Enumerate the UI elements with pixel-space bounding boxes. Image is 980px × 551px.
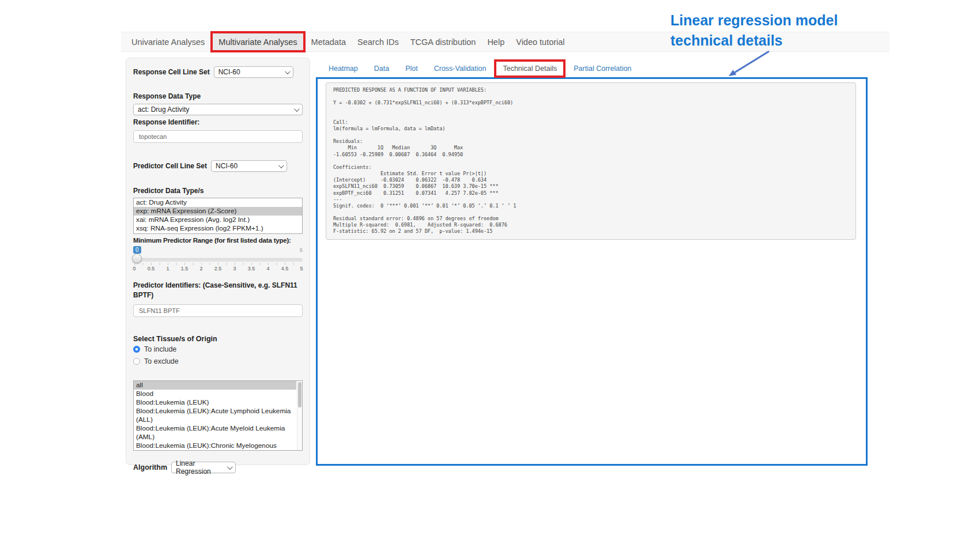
slider-max-label: 5 xyxy=(300,247,303,253)
technical-details-output: PREDICTED RESPONSE AS A FUNCTION OF INPU… xyxy=(333,87,849,235)
response-cell-line-set-value: NCI-60 xyxy=(218,68,240,76)
annotation-line-1: Linear regression model xyxy=(670,10,878,31)
predictor-data-types-listbox: act: Drug Activity exp: mRNA Expression … xyxy=(133,198,303,234)
list-item[interactable]: Blood:Leukemia (LEUK):Acute Lymphoid Leu… xyxy=(134,407,296,424)
predictor-data-types-label: Predictor Data Type/s xyxy=(133,187,303,195)
radio-unchecked-icon xyxy=(133,358,140,365)
tick-label: 3 xyxy=(233,266,236,271)
tissue-origin-listbox: all Blood Blood:Leukemia (LEUK) Blood:Le… xyxy=(133,380,303,451)
annotation-line-2: technical details xyxy=(670,31,878,51)
response-data-type-label: Response Data Type xyxy=(133,92,303,100)
tick-label: 2.5 xyxy=(214,266,222,271)
tab-data[interactable]: Data xyxy=(366,61,397,77)
chevron-down-icon xyxy=(278,163,284,168)
tick-label: 4.5 xyxy=(281,266,289,271)
slider-track[interactable] xyxy=(133,258,303,262)
radio-label: To exclude xyxy=(144,357,179,365)
slider-tick-marks xyxy=(134,263,301,265)
tick-label: 1.5 xyxy=(181,266,189,271)
slider-handle[interactable] xyxy=(132,254,142,263)
nav-item-multivariate-analyses[interactable]: Multivariate Analyses xyxy=(210,31,305,52)
annotation-arrow-icon xyxy=(725,48,775,78)
tick-label: 4 xyxy=(266,266,269,271)
tick-label: 0.5 xyxy=(148,266,155,271)
list-item-selected[interactable]: all xyxy=(134,381,296,390)
algorithm-label: Algorithm xyxy=(133,463,167,471)
radio-to-exclude[interactable]: To exclude xyxy=(133,355,303,367)
page: Univariate Analyses Multivariate Analyse… xyxy=(0,0,980,551)
nav-item-univariate-analyses[interactable]: Univariate Analyses xyxy=(126,32,210,51)
radio-checked-icon xyxy=(133,346,140,353)
list-item[interactable]: Blood:Leukemia (LEUK):Chronic Myelogenou… xyxy=(134,441,296,451)
tick-label: 2 xyxy=(199,266,202,271)
results-panel: PREDICTED RESPONSE AS A FUNCTION OF INPU… xyxy=(316,77,868,466)
tab-partial-correlation[interactable]: Partial Correlation xyxy=(566,61,639,77)
tick-label: 1 xyxy=(166,266,169,271)
radio-to-include[interactable]: To include xyxy=(133,343,303,355)
response-data-type-value: act: Drug Activity xyxy=(138,105,189,114)
list-item[interactable]: Blood:Leukemia (LEUK):Acute Myeloid Leuk… xyxy=(134,424,296,441)
min-predictor-range-label: Minimum Predictor Range (for first liste… xyxy=(133,237,303,244)
min-predictor-range-slider: 0 5 0 0.5 1 1.5 2 2.5 3 3.5 4 4.5 5 xyxy=(133,246,303,275)
predictor-cell-line-set-label: Predictor Cell Line Set xyxy=(133,162,207,170)
algorithm-value: Linear Regression xyxy=(176,459,224,475)
list-item-selected[interactable]: exp: mRNA Expression (Z-Score) xyxy=(134,207,302,216)
predictor-cell-line-set-select[interactable]: NCI-60 xyxy=(211,160,287,172)
list-item[interactable]: act: Drug Activity xyxy=(134,198,302,207)
nav-item-metadata[interactable]: Metadata xyxy=(306,32,352,51)
response-identifier-input[interactable] xyxy=(133,130,303,143)
list-item[interactable]: xai: mRNA Expression (Avg. log2 Int.) xyxy=(134,216,302,224)
predictor-cell-line-set-value: NCI-60 xyxy=(216,162,238,170)
tick-label: 3.5 xyxy=(248,266,255,271)
sidebar-panel: Response Cell Line Set NCI-60 Response D… xyxy=(126,58,310,465)
slider-tick-labels: 0 0.5 1 1.5 2 2.5 3 3.5 4 4.5 5 xyxy=(134,266,301,273)
tick-label: 0 xyxy=(133,266,135,271)
tab-technical-details[interactable]: Technical Details xyxy=(494,59,566,78)
nav-item-search-ids[interactable]: Search IDs xyxy=(352,32,405,51)
tab-plot[interactable]: Plot xyxy=(397,61,426,77)
list-item[interactable]: Blood xyxy=(134,390,296,398)
tissue-origin-label: Select Tissue/s of Origin xyxy=(133,335,303,343)
result-tabs: Heatmap Data Plot Cross-Validation Techn… xyxy=(321,60,639,77)
annotation-label: Linear regression model technical detail… xyxy=(670,10,878,51)
algorithm-select[interactable]: Linear Regression xyxy=(171,462,236,473)
response-cell-line-set-label: Response Cell Line Set xyxy=(133,68,210,76)
response-cell-line-set-select[interactable]: NCI-60 xyxy=(214,66,293,78)
nav-item-help[interactable]: Help xyxy=(481,32,510,51)
response-identifier-label: Response Identifier: xyxy=(133,118,303,126)
predictor-identifiers-input[interactable] xyxy=(133,304,303,317)
scrollbar-thumb[interactable] xyxy=(298,382,301,407)
tab-heatmap[interactable]: Heatmap xyxy=(321,61,366,77)
chevron-down-icon xyxy=(227,464,233,470)
response-data-type-select[interactable]: act: Drug Activity xyxy=(133,104,303,115)
chevron-down-icon xyxy=(294,106,300,112)
chevron-down-icon xyxy=(285,69,291,74)
list-item[interactable]: xsq: RNA-seq Expression (log2 FPKM+1.) xyxy=(134,224,302,233)
radio-label: To include xyxy=(144,345,176,353)
nav-item-tcga-distribution[interactable]: TCGA distribution xyxy=(405,32,482,51)
nav-item-video-tutorial[interactable]: Video tutorial xyxy=(510,32,570,51)
list-item[interactable]: Blood:Leukemia (LEUK) xyxy=(134,398,296,407)
predictor-identifiers-label: Predictor Identifiers: (Case-Sensitive, … xyxy=(133,281,303,300)
technical-details-output-panel: PREDICTED RESPONSE AS A FUNCTION OF INPU… xyxy=(326,82,856,240)
slider-value-badge: 0 xyxy=(133,246,141,254)
scrollbar[interactable] xyxy=(297,381,302,450)
tick-label: 5 xyxy=(300,266,303,271)
tab-cross-validation[interactable]: Cross-Validation xyxy=(426,61,495,77)
